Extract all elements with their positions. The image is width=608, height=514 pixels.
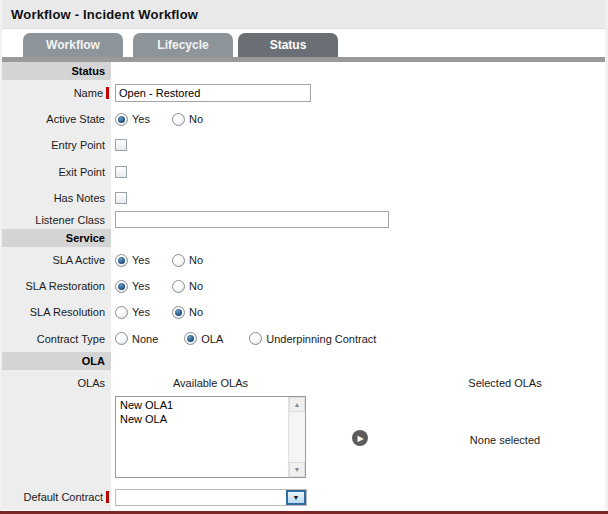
default-contract-label: Default Contract: [24, 491, 103, 503]
exit-point-label: Exit Point: [59, 166, 105, 178]
sla-restoration-label: SLA Restoration: [26, 280, 106, 292]
contract-type-none-label: None: [132, 333, 158, 345]
sla-active-no-label: No: [189, 254, 203, 266]
active-state-yes-label: Yes: [132, 113, 150, 125]
selected-olas-empty-text: None selected: [430, 434, 580, 446]
dropdown-arrow-icon[interactable]: ▼: [286, 490, 306, 505]
field-row-listener-class: Listener Class: [2, 210, 605, 229]
workflow-editor-window: Workflow - Incident Workflow Workflow Li…: [2, 0, 605, 511]
contract-type-underpinning-label: Underpinning Contract: [266, 333, 376, 345]
entry-point-label: Entry Point: [51, 139, 105, 151]
field-row-entry-point: Entry Point: [2, 132, 605, 158]
sla-active-yes-label: Yes: [132, 254, 150, 266]
tab-bar: Workflow Lifecycle Status: [2, 29, 605, 57]
field-row-olas: OLAs Available OLAs Selected OLAs New OL…: [2, 370, 605, 484]
contract-type-ola-radio[interactable]: [184, 332, 197, 345]
section-status-label: Status: [2, 62, 111, 80]
has-notes-checkbox[interactable]: [115, 192, 127, 204]
has-notes-label: Has Notes: [54, 192, 105, 204]
field-row-sla-resolution: SLA Resolution Yes No: [2, 299, 605, 325]
sla-restoration-no-radio[interactable]: [172, 280, 185, 293]
sla-active-no-radio[interactable]: [172, 254, 185, 267]
active-state-label: Active State: [46, 113, 105, 125]
active-state-no-radio[interactable]: [172, 113, 185, 126]
move-right-button[interactable]: ▶: [352, 430, 368, 446]
listbox-scrollbar[interactable]: ▲ ▼: [288, 397, 305, 477]
section-ola-label: OLA: [2, 352, 111, 370]
olas-label: OLAs: [77, 377, 105, 389]
default-contract-select[interactable]: ▼: [115, 489, 307, 506]
field-row-name: Name: [2, 80, 605, 106]
entry-point-checkbox[interactable]: [115, 139, 127, 151]
list-item[interactable]: New OLA: [116, 412, 288, 426]
tab-workflow[interactable]: Workflow: [23, 33, 123, 57]
field-row-has-notes: Has Notes: [2, 185, 605, 210]
sla-resolution-no-radio[interactable]: [172, 306, 185, 319]
sla-active-label: SLA Active: [52, 254, 105, 266]
sla-resolution-yes-label: Yes: [132, 306, 150, 318]
name-label: Name: [74, 87, 103, 99]
scroll-down-icon[interactable]: ▼: [289, 462, 305, 477]
tab-lifecycle[interactable]: Lifecycle: [133, 33, 233, 57]
sla-resolution-no-label: No: [189, 306, 203, 318]
sla-restoration-yes-label: Yes: [132, 280, 150, 292]
tab-status[interactable]: Status: [238, 33, 338, 57]
contract-type-label: Contract Type: [37, 333, 105, 345]
contract-type-none-radio[interactable]: [115, 332, 128, 345]
status-tab-panel: Status Name Active State Yes: [2, 57, 605, 510]
sla-restoration-yes-radio[interactable]: [115, 280, 128, 293]
active-state-yes-radio[interactable]: [115, 113, 128, 126]
title-bar: Workflow - Incident Workflow: [2, 0, 605, 29]
field-row-default-contract: Default Contract ▼: [2, 484, 605, 510]
available-olas-listbox[interactable]: New OLA1 New OLA ▲ ▼: [115, 396, 306, 478]
name-input[interactable]: [115, 84, 311, 102]
default-contract-value: [116, 490, 286, 505]
section-status: Status: [2, 62, 605, 80]
sla-active-yes-radio[interactable]: [115, 254, 128, 267]
section-ola: OLA: [2, 352, 605, 370]
selected-olas-heading: Selected OLAs: [430, 377, 580, 389]
listener-class-label: Listener Class: [35, 214, 105, 226]
active-state-no-label: No: [189, 113, 203, 125]
contract-type-underpinning-radio[interactable]: [249, 332, 262, 345]
field-row-sla-restoration: SLA Restoration Yes No: [2, 273, 605, 299]
list-item[interactable]: New OLA1: [116, 398, 288, 412]
move-right-icon: ▶: [357, 434, 363, 443]
exit-point-checkbox[interactable]: [115, 166, 127, 178]
page-title: Workflow - Incident Workflow: [2, 7, 198, 22]
available-olas-heading: Available OLAs: [115, 377, 306, 389]
section-service-label: Service: [2, 229, 111, 247]
field-row-sla-active: SLA Active Yes No: [2, 247, 605, 273]
listener-class-input[interactable]: [115, 211, 389, 228]
field-row-exit-point: Exit Point: [2, 158, 605, 185]
sla-restoration-no-label: No: [189, 280, 203, 292]
field-row-active-state: Active State Yes No: [2, 106, 605, 132]
section-service: Service: [2, 229, 605, 247]
field-row-contract-type: Contract Type None OLA Underpinning Cont…: [2, 325, 605, 352]
required-marker: [106, 87, 109, 99]
sla-resolution-yes-radio[interactable]: [115, 306, 128, 319]
sla-resolution-label: SLA Resolution: [30, 306, 105, 318]
required-marker: [106, 491, 109, 503]
scroll-up-icon[interactable]: ▲: [289, 397, 305, 412]
contract-type-ola-label: OLA: [201, 333, 223, 345]
